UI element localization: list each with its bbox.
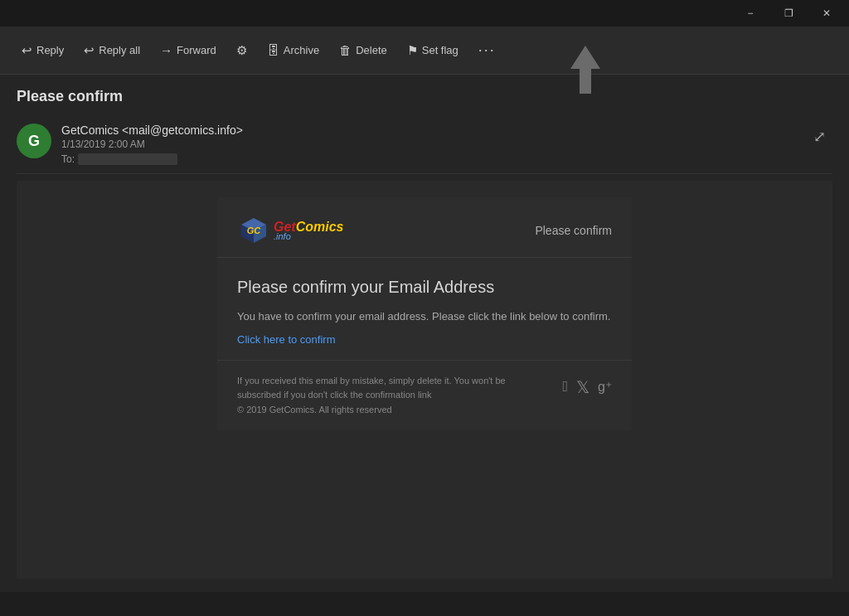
email-header: G GetComics <mail@getcomics.info> 1/13/2… xyxy=(17,115,832,174)
delete-icon: 🗑 xyxy=(339,43,352,57)
email-header-left: G GetComics <mail@getcomics.info> 1/13/2… xyxy=(17,124,243,165)
social-icons:  𝕏 g⁺ xyxy=(563,374,612,397)
confirm-text: You have to confirm your email address. … xyxy=(237,308,612,325)
toolbar: ↩ Reply ↩ Reply all → Forward ⚙ 🗄 Archiv… xyxy=(0,27,849,75)
footer-text: If you received this email by mistake, s… xyxy=(237,374,519,418)
logo-text: GetComics .info xyxy=(274,220,343,241)
card-header-title: Please confirm xyxy=(535,224,612,237)
to-value xyxy=(78,153,177,165)
sender-date: 1/13/2019 2:00 AM xyxy=(61,138,243,150)
gear-icon: ⚙ xyxy=(236,43,247,58)
logo-area: GC GetComics .info xyxy=(237,214,343,247)
reply-all-icon: ↩ xyxy=(84,43,95,58)
logo-comics: Comics xyxy=(296,220,344,234)
confirm-heading: Please confirm your Email Address xyxy=(237,278,612,297)
twitter-icon[interactable]: 𝕏 xyxy=(576,377,589,397)
reply-all-button[interactable]: ↩ Reply all xyxy=(75,38,148,63)
sender-info: GetComics <mail@getcomics.info> 1/13/201… xyxy=(61,124,243,165)
email-area: Please confirm G GetComics <mail@getcomi… xyxy=(0,75,849,592)
delete-button[interactable]: 🗑 Delete xyxy=(331,38,395,62)
email-body-wrapper: GC GetComics .info Please confirm Please… xyxy=(17,181,832,579)
open-external-button[interactable]: ⤢ xyxy=(806,124,832,150)
open-external-icon: ⤢ xyxy=(813,128,826,146)
more-icon: ··· xyxy=(478,41,496,59)
sender-name: GetComics <mail@getcomics.info> xyxy=(61,124,243,137)
reply-button[interactable]: ↩ Reply xyxy=(13,38,72,63)
arrow-head xyxy=(570,46,600,69)
more-button[interactable]: ··· xyxy=(470,36,504,64)
avatar: G xyxy=(17,124,51,158)
archive-icon: 🗄 xyxy=(267,43,279,57)
facebook-icon[interactable]:  xyxy=(563,378,569,395)
confirm-link[interactable]: Click here to confirm xyxy=(237,333,335,346)
settings-button[interactable]: ⚙ xyxy=(228,38,255,63)
close-button[interactable]: ✕ xyxy=(808,0,846,27)
email-card-footer: If you received this email by mistake, s… xyxy=(217,360,632,431)
reply-icon: ↩ xyxy=(22,43,32,58)
to-line: To: xyxy=(61,153,243,165)
archive-button[interactable]: 🗄 Archive xyxy=(259,38,327,62)
minimize-button[interactable]: − xyxy=(731,0,769,27)
set-flag-button[interactable]: ⚑ Set flag xyxy=(399,38,467,63)
forward-button[interactable]: → Forward xyxy=(152,38,225,62)
to-label: To: xyxy=(61,153,75,165)
title-bar: − ❐ ✕ xyxy=(0,0,849,27)
email-card-body: Please confirm your Email Address You ha… xyxy=(217,258,632,360)
arrow-indicator xyxy=(570,46,600,94)
svg-text:GC: GC xyxy=(247,226,262,235)
forward-icon: → xyxy=(160,43,172,57)
email-subject: Please confirm xyxy=(17,88,832,105)
email-card-header: GC GetComics .info Please confirm xyxy=(217,197,632,258)
logo-cube-icon: GC xyxy=(237,214,270,247)
email-card: GC GetComics .info Please confirm Please… xyxy=(217,197,632,430)
restore-button[interactable]: ❐ xyxy=(769,0,808,27)
flag-icon: ⚑ xyxy=(407,43,418,58)
arrow-stem xyxy=(580,69,591,94)
googleplus-icon[interactable]: g⁺ xyxy=(598,379,612,395)
